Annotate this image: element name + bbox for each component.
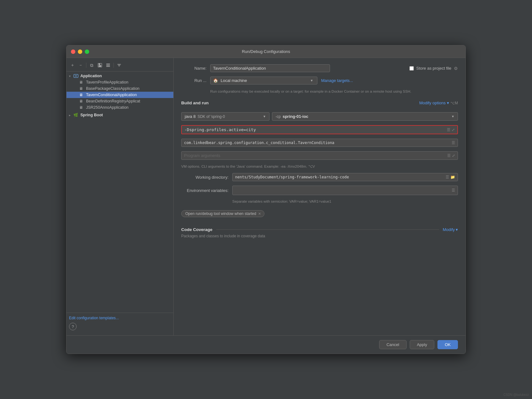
dialog-title: Run/Debug Configurations <box>242 49 290 54</box>
item-label-5: JSR250AnnoApplication <box>86 105 129 110</box>
main-class-edit-icon[interactable]: ☰ <box>452 141 455 145</box>
run-label: Run ... <box>181 78 206 83</box>
vm-options-input[interactable] <box>184 127 447 132</box>
tree: ▾ Application ▸ 🖥 TavernProfileApplicati… <box>66 73 173 118</box>
right-panel: Name: Store as project file ⚙ Run ... 🏠 … <box>174 58 465 335</box>
sidebar-toolbar: ＋ － ⧉ <box>66 61 173 72</box>
titlebar: Run/Debug Configurations <box>66 45 465 58</box>
edit-templates-link[interactable]: Edit configuration templates... <box>69 316 119 320</box>
prog-args-icons: ☰ ⤢ <box>447 153 455 158</box>
modify-shortcut: ⌥M <box>450 101 458 105</box>
sidebar-item-jsr250[interactable]: ▸ 🖥 JSR250AnnoApplication <box>66 104 173 111</box>
program-args-placeholder[interactable]: Program arguments <box>184 153 447 158</box>
env-edit-icon[interactable]: ☰ <box>452 188 455 193</box>
item-label: TavernProfileApplication <box>86 80 128 84</box>
dir-folder-icon[interactable]: 📁 <box>450 175 455 179</box>
tag-close-button[interactable]: ✕ <box>258 212 261 216</box>
item-label-4: BeanDefinitionRegistryApplicat <box>86 99 140 103</box>
config-icon-4: 🖥 <box>79 99 85 103</box>
cancel-button[interactable]: Cancel <box>379 340 406 349</box>
run-row: Run ... 🏠 Local machine ▼ Manage targets… <box>181 77 458 84</box>
move-config-button[interactable] <box>105 62 112 69</box>
prog-args-expand-icon[interactable]: ⤢ <box>452 153 455 158</box>
springboot-arrow: ▸ <box>69 113 73 117</box>
cp-dropdown[interactable]: -cp spring-01-ioc ▼ <box>272 112 458 121</box>
sdk-dropdown[interactable]: java 8 SDK of 'spring-0 ▼ <box>181 112 269 121</box>
prog-args-list-icon[interactable]: ☰ <box>447 153 451 158</box>
help-button[interactable]: ? <box>69 323 77 330</box>
env-vars-input[interactable]: ☰ <box>232 186 458 195</box>
sidebar-item-basepackage[interactable]: ▸ 🖥 BasePackageClassApplication <box>66 85 173 92</box>
minimize-button[interactable] <box>78 49 82 54</box>
chevron-down-icon: ▾ <box>447 101 449 105</box>
copy-config-button[interactable]: ⧉ <box>88 62 95 69</box>
working-dir-value: nents/StudyDocument/spring-framework-lea… <box>235 175 446 179</box>
program-args-row: Program arguments ☰ ⤢ <box>181 151 458 160</box>
build-run-title: Build and run <box>181 101 209 105</box>
coverage-header: Code Coverage Modify ▾ <box>181 227 458 232</box>
tag-row: Open run/debug tool window when started … <box>181 210 458 217</box>
coverage-title: Code Coverage <box>181 227 212 232</box>
dir-icons: ☰ 📁 <box>446 175 455 179</box>
maximize-button[interactable] <box>85 49 89 54</box>
working-dir-input[interactable]: nents/StudyDocument/spring-framework-lea… <box>232 173 458 181</box>
env-hint: Separate variables with semicolon: VAR=v… <box>232 200 458 203</box>
application-group-icon <box>73 74 79 78</box>
sort-button[interactable] <box>116 62 123 69</box>
main-class-row: com.linkedbear.spring.configuration.c_co… <box>181 139 458 147</box>
main-class-text: com.linkedbear.spring.configuration.c_co… <box>184 141 452 145</box>
sidebar-item-tavernprofile[interactable]: ▸ 🖥 TavernProfileApplication <box>66 79 173 85</box>
vm-icons: ☰ ⤢ <box>447 128 455 132</box>
local-machine-icon: 🏠 <box>213 78 218 83</box>
sidebar-item-tavernconditional[interactable]: ▸ 🖥 TavernConditionalApplication <box>66 92 173 98</box>
sidebar-bottom: Edit configuration templates... ? <box>66 313 173 333</box>
tag-label: Open run/debug tool window when started <box>185 211 256 216</box>
dir-list-icon[interactable]: ☰ <box>446 175 449 179</box>
application-group-label: Application <box>80 74 102 78</box>
sdk-chevron-icon: ▼ <box>263 115 266 118</box>
modify-coverage-button[interactable]: Modify ▾ <box>443 227 458 232</box>
cp-chevron-icon: ▼ <box>451 115 454 118</box>
item-label-3: TavernConditionalApplication <box>86 93 137 97</box>
working-dir-label: Working directory: <box>181 175 228 180</box>
close-button[interactable] <box>71 49 75 54</box>
svg-rect-4 <box>106 65 110 66</box>
vm-options-row: ☰ ⤢ <box>181 125 458 134</box>
main-content: ＋ － ⧉ <box>66 58 465 335</box>
cp-value: spring-01-ioc <box>283 114 309 119</box>
springboot-icon: 🌿 <box>73 113 79 117</box>
tree-application-group[interactable]: ▾ Application <box>66 73 173 79</box>
modify-options-button[interactable]: Modify options ▾ ⌥M <box>419 101 458 105</box>
sdk-java-label: java 8 <box>185 114 196 119</box>
vm-list-icon[interactable]: ☰ <box>447 128 450 132</box>
code-coverage-section: Code Coverage Modify ▾ Packages and clas… <box>181 227 458 238</box>
store-gear-icon[interactable]: ⚙ <box>454 66 458 71</box>
config-icon-3: 🖥 <box>79 93 85 97</box>
config-icon-2: 🖥 <box>79 86 85 91</box>
config-icon-5: 🖥 <box>79 105 85 110</box>
ok-button[interactable]: OK <box>437 340 458 349</box>
coverage-divider <box>216 229 439 230</box>
modify-coverage-label: Modify <box>443 227 455 232</box>
name-row: Name: <box>181 64 330 72</box>
item-label-2: BasePackageClassApplication <box>86 86 140 91</box>
store-checkbox[interactable] <box>409 66 414 71</box>
sdk-detail: SDK of 'spring-0 <box>198 114 225 119</box>
add-config-button[interactable]: ＋ <box>69 62 76 69</box>
name-input[interactable] <box>210 64 330 72</box>
config-icon: 🖥 <box>79 80 85 84</box>
sidebar: ＋ － ⧉ <box>66 58 174 335</box>
manage-targets-link[interactable]: Manage targets... <box>321 78 353 83</box>
svg-rect-2 <box>99 65 101 67</box>
tree-springboot-group[interactable]: ▸ 🌿 Spring Boot <box>66 112 173 118</box>
name-label: Name: <box>181 66 206 71</box>
save-config-button[interactable] <box>96 62 103 69</box>
apply-button[interactable]: Apply <box>410 340 435 349</box>
vm-hint: VM options. CLI arguments to the 'Java' … <box>181 164 458 169</box>
remove-config-button[interactable]: － <box>77 62 84 69</box>
svg-rect-1 <box>99 63 100 65</box>
run-dropdown[interactable]: 🏠 Local machine ▼ <box>210 77 317 84</box>
vm-expand-icon[interactable]: ⤢ <box>452 128 455 132</box>
sidebar-item-beandefinition[interactable]: ▸ 🖥 BeanDefinitionRegistryApplicat <box>66 98 173 104</box>
toolbar-separator-2 <box>113 63 114 68</box>
